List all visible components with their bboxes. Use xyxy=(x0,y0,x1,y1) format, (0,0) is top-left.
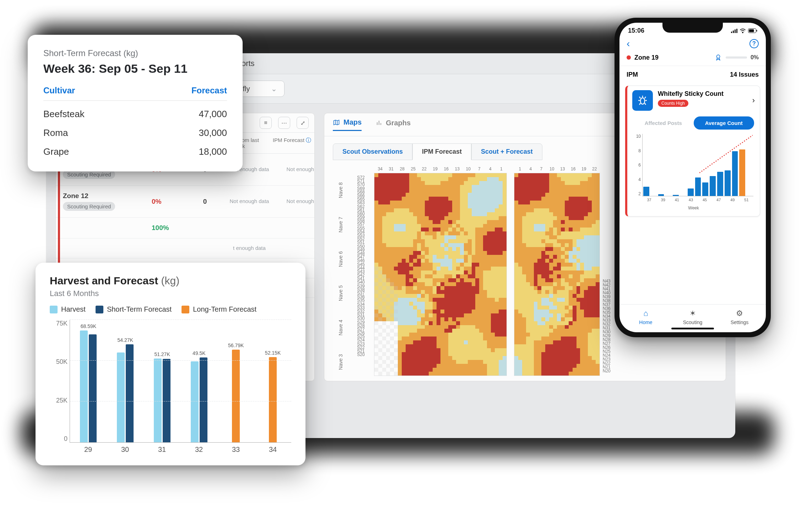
zone-ipm: Not enough data xyxy=(280,166,315,173)
forecast-col-forecast: Forecast xyxy=(191,86,227,95)
forecast-row: Grape18,000 xyxy=(43,138,227,157)
info-icon[interactable]: ⓘ xyxy=(306,137,311,143)
svg-rect-6 xyxy=(733,31,734,33)
heatmap-b[interactable] xyxy=(514,173,600,376)
chevron-right-icon: › xyxy=(752,96,755,105)
forecast-subtitle: Short-Term Forecast (kg) xyxy=(43,48,227,58)
subtab-scout[interactable]: Scout Observations xyxy=(333,143,412,160)
bar-group: 56.79K xyxy=(217,320,254,442)
mini-chart: 108642 3739414345474951 xyxy=(642,134,753,205)
segment-control[interactable]: Affected Posts Average Count xyxy=(633,116,754,130)
cultivar-value: 18,000 xyxy=(199,146,227,157)
legend-short: Short-Term Forecast xyxy=(107,305,172,313)
harvest-legend: Harvest Short-Term Forecast Long-Term Fo… xyxy=(50,305,291,313)
help-icon[interactable]: ? xyxy=(749,39,759,48)
bar-group: 49.5K xyxy=(180,320,217,442)
mini-bar xyxy=(732,151,738,196)
bar-label: 56.79K xyxy=(228,343,244,348)
expand-icon[interactable]: ⤢ xyxy=(297,117,309,129)
forecast-title: Week 36: Sep 05 - Sep 11 xyxy=(43,62,227,76)
phone-issues-count: 14 Issues xyxy=(730,71,759,78)
svg-point-13 xyxy=(716,55,720,58)
subtab-combo[interactable]: Scout + Forecast xyxy=(471,143,542,160)
bar xyxy=(80,330,88,443)
bar-chart-icon xyxy=(376,120,382,126)
svg-point-14 xyxy=(640,98,645,104)
badge-star-icon xyxy=(714,54,722,61)
bar xyxy=(269,357,277,442)
issue-card[interactable]: Whitefly Sticky Count Counts High › Affe… xyxy=(625,86,760,217)
bar-group: 51.27K xyxy=(144,320,181,442)
legend-harvest: Harvest xyxy=(61,305,86,313)
bar-group: 68.59K xyxy=(70,320,107,442)
tab-maps[interactable]: Maps xyxy=(333,118,362,131)
battery-icon xyxy=(748,28,757,33)
tab-graphs[interactable]: Graphs xyxy=(376,119,411,131)
zone-row[interactable]: 100% xyxy=(56,218,314,239)
mini-bar xyxy=(673,195,679,196)
status-dot-icon xyxy=(627,55,631,60)
bar-group: 52.15K xyxy=(254,320,291,442)
bar xyxy=(89,334,97,442)
legend-long: Long-Term Forecast xyxy=(193,305,256,313)
heatmap-a[interactable] xyxy=(374,173,507,376)
bar xyxy=(200,357,207,442)
bar-label: 68.59K xyxy=(81,323,96,329)
svg-rect-8 xyxy=(736,29,737,33)
zone-pct: 0% xyxy=(152,198,187,206)
mini-bar xyxy=(725,170,731,196)
segment-affected[interactable]: Affected Posts xyxy=(633,116,694,130)
more-icon[interactable]: ⋯ xyxy=(278,117,290,129)
chevron-down-icon: ⌄ xyxy=(271,84,277,93)
mini-bar xyxy=(702,182,708,196)
tab-graphs-label: Graphs xyxy=(386,119,411,127)
nav-settings[interactable]: ⚙Settings xyxy=(716,309,763,325)
mini-xlabel: Week xyxy=(632,206,755,210)
bar-label: 54.27K xyxy=(118,337,133,343)
harvest-title: Harvest and Forecast xyxy=(50,275,158,286)
bar-label: 52.15K xyxy=(265,350,281,356)
mini-bar xyxy=(739,149,745,196)
bar xyxy=(154,359,162,442)
svg-rect-5 xyxy=(731,32,732,33)
legend-swatch-harvest xyxy=(50,306,58,313)
zone-pct: 100% xyxy=(152,224,187,232)
bar xyxy=(163,359,170,442)
forecast-row: Beefsteak47,000 xyxy=(43,101,227,120)
bar xyxy=(191,361,199,442)
bar-label: 51.27K xyxy=(154,351,170,357)
bar-group: 54.27K xyxy=(107,320,144,442)
mini-bar xyxy=(688,188,694,196)
nav-home-label: Home xyxy=(639,319,652,325)
phone-mockup: 15:06 ‹ ? Zone 19 0% IPM xyxy=(615,18,771,337)
cultivar-name: Grape xyxy=(43,146,69,157)
list-view-icon[interactable]: ≡ xyxy=(260,117,272,129)
mini-bar xyxy=(658,194,664,196)
wifi-icon xyxy=(740,28,746,33)
scouting-badge: Scouting Required xyxy=(63,202,115,211)
zone-change: Not enough data xyxy=(223,198,276,205)
harvest-card: Harvest and Forecast (kg) Last 6 Months … xyxy=(36,263,305,465)
phone-zone-label: Zone 19 xyxy=(634,54,659,61)
col-ipm-label: IPM Forecast xyxy=(273,137,304,143)
zone-row[interactable]: t enough data xyxy=(56,239,314,258)
harvest-unit: (kg) xyxy=(161,275,179,286)
nav-home[interactable]: ⌂Home xyxy=(622,309,669,325)
back-button[interactable]: ‹ xyxy=(627,38,630,49)
progress-bar xyxy=(726,56,747,59)
nav-settings-label: Settings xyxy=(731,319,749,325)
phone-progress: 0% xyxy=(751,54,759,61)
bar-label: 49.5K xyxy=(193,350,206,356)
segment-average[interactable]: Average Count xyxy=(694,116,754,130)
forecast-row: Roma30,000 xyxy=(43,120,227,138)
zone-row[interactable]: Zone 12Scouting Required 0% 0 Not enough… xyxy=(56,186,314,218)
zone-change: t enough data xyxy=(223,245,276,252)
tab-maps-label: Maps xyxy=(343,118,362,126)
phone-notch xyxy=(662,23,723,33)
nav-scouting[interactable]: ✶Scouting xyxy=(669,309,716,325)
gear-icon: ⚙ xyxy=(716,309,763,318)
cultivar-name: Roma xyxy=(43,127,68,138)
subtab-ipm[interactable]: IPM Forecast xyxy=(412,143,471,160)
bar xyxy=(117,352,125,442)
harvest-subtitle: Last 6 Months xyxy=(50,289,291,298)
